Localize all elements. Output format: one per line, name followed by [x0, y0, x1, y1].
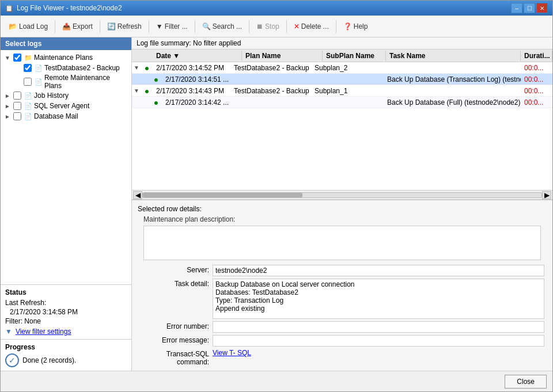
header-date[interactable]: Date ▼ [153, 51, 242, 61]
header-plan[interactable]: Plan Name [242, 51, 323, 61]
sidebar-label-maintenance-plans: Maintenance Plans [34, 54, 93, 62]
scrollbar-track[interactable] [142, 192, 542, 198]
scrollbar-thumb[interactable] [143, 193, 302, 197]
log-icon-remote: 📄 [34, 77, 43, 86]
view-filter-link[interactable]: View filter settings [16, 328, 71, 336]
table-row[interactable]: ▼ ● 2/17/2020 3:14:43 PM TestDatabase2 -… [132, 85, 552, 97]
cell-duration: 00:0... [521, 63, 552, 73]
view-filter-row: ▼ View filter settings [5, 328, 127, 336]
filter-value: None [24, 317, 41, 325]
checkbox-database-mail[interactable] [13, 112, 21, 120]
header-subplan[interactable]: SubPlan Name [323, 51, 386, 61]
toolbar-sep-1 [55, 20, 55, 33]
toolbar: 📂 Load Log 📤 Export 🔄 Refresh ▼ Filter .… [1, 16, 552, 37]
maximize-button[interactable]: ☐ [524, 3, 535, 13]
toolbar-sep-5 [249, 20, 249, 33]
error-number-value [213, 321, 544, 333]
cell-task-child: Back Up Database (Transaction Log) (test… [384, 75, 521, 84]
data-grid: Date ▼ Plan Name SubPlan Name Task Name … [132, 50, 552, 200]
toolbar-sep-2 [100, 20, 100, 33]
header-duration[interactable]: Durati... [521, 51, 552, 61]
progress-header: Progress [5, 343, 127, 351]
checkbox-sql-agent[interactable] [13, 102, 21, 110]
row-status-icon-2: ● [141, 86, 153, 96]
server-field-row: Server: testnode2\node2 [140, 265, 544, 276]
refresh-button[interactable]: 🔄 Refresh [103, 18, 146, 35]
load-log-button[interactable]: 📂 Load Log [4, 18, 52, 35]
filter-icon: ▼ [156, 22, 163, 31]
ok-icon-2-child: ● [154, 98, 158, 107]
row-expander-2[interactable]: ▼ [132, 87, 141, 94]
scroll-right-button[interactable]: ▶ [542, 191, 551, 199]
checkbox-maintenance-plans[interactable] [13, 54, 21, 62]
tsql-label: Transact-SQL command: [140, 349, 209, 366]
grid-header: Date ▼ Plan Name SubPlan Name Task Name … [132, 50, 552, 62]
details-fields: Server: testnode2\node2 Task detail: Bac… [138, 265, 547, 366]
log-icon-sql-agent: 📄 [24, 101, 33, 111]
sidebar-label-testdatabase2: TestDatabase2 - Backup [44, 64, 120, 72]
cell-subplan-child [320, 79, 384, 80]
tsql-link-area: View T- SQL [213, 349, 251, 357]
checkbox-testdatabase2[interactable] [24, 64, 32, 72]
sidebar-item-database-mail[interactable]: ► 📄 Database Mail [3, 111, 129, 121]
expander-sql-agent[interactable]: ► [3, 103, 12, 109]
filter-row: Filter: None [5, 317, 127, 325]
sidebar-item-job-history[interactable]: ► 📄 Job History [3, 90, 129, 101]
cell-duration-child: 00:0... [521, 75, 552, 84]
stop-button[interactable]: ⏹ Stop [252, 18, 284, 35]
app-icon: 📋 [5, 5, 13, 12]
ok-icon: ● [145, 63, 149, 73]
error-message-field-row: Error message: [140, 335, 544, 347]
cell-plan-2: TestDatabase2 - Backup [230, 86, 311, 96]
expander-job-history[interactable]: ► [3, 93, 12, 99]
help-icon: ❓ [343, 22, 352, 31]
sidebar-label-remote: Remote Maintenance Plans [44, 74, 129, 90]
server-label: Server: [140, 265, 209, 274]
expander-database-mail[interactable]: ► [3, 113, 12, 120]
scroll-left-button[interactable]: ◀ [133, 191, 142, 199]
help-label: Help [354, 22, 368, 31]
minimize-button[interactable]: – [511, 3, 522, 13]
log-icon-job-history: 📄 [24, 91, 33, 100]
help-button[interactable]: ❓ Help [339, 18, 373, 35]
row-expander[interactable]: ▼ [132, 64, 141, 71]
cell-plan: TestDatabase2 - Backup [230, 63, 311, 73]
row-status-icon: ● [141, 63, 153, 73]
sidebar-item-testdatabase2-backup[interactable]: 📄 TestDatabase2 - Backup [3, 63, 129, 73]
search-label: Search ... [213, 22, 242, 31]
export-label: Export [73, 22, 93, 31]
search-button[interactable]: 🔍 Search ... [198, 18, 247, 35]
sidebar-item-maintenance-plans[interactable]: ▼ 📁 Maintenance Plans [3, 52, 129, 63]
log-summary: Log file summary: No filter applied [132, 37, 552, 50]
cell-date: 2/17/2020 3:14:52 PM [153, 63, 230, 73]
header-task[interactable]: Task Name [386, 51, 521, 61]
sidebar-item-remote-maintenance[interactable]: 📄 Remote Maintenance Plans [3, 73, 129, 90]
close-button[interactable]: Close [505, 375, 547, 389]
view-tsql-link[interactable]: View T- SQL [213, 349, 251, 357]
window-close-button[interactable]: ✕ [536, 3, 548, 13]
bottom-bar: Close [1, 371, 552, 391]
cell-plan-child [240, 79, 320, 80]
main-content: Select logs ▼ 📁 Maintenance Plans 📄 Test… [1, 37, 552, 371]
cell-task [374, 67, 521, 68]
table-row[interactable]: ▼ ● 2/17/2020 3:14:52 PM TestDatabase2 -… [132, 62, 552, 74]
export-button[interactable]: 📤 Export [58, 18, 97, 35]
table-row[interactable]: ● 2/17/2020 3:14:42 ... Back Up Database… [132, 97, 552, 108]
table-row[interactable]: ● 2/17/2020 3:14:51 ... Back Up Database… [132, 74, 552, 85]
filter-button[interactable]: ▼ Filter ... [151, 18, 192, 35]
export-icon: 📤 [62, 22, 71, 31]
task-detail-value: Backup Database on Local server connecti… [213, 279, 544, 319]
log-icon-testdatabase2: 📄 [34, 63, 43, 73]
cell-subplan-2-child [320, 102, 384, 103]
maint-plan-desc-label: Maintenance plan description: [143, 215, 547, 223]
delete-button[interactable]: ✕ Delete ... [289, 18, 334, 35]
checkbox-remote[interactable] [24, 78, 32, 86]
horizontal-scrollbar[interactable]: ◀ ▶ [132, 190, 552, 199]
checkbox-job-history[interactable] [13, 92, 21, 100]
toolbar-sep-4 [195, 20, 195, 33]
stop-icon: ⏹ [256, 22, 263, 31]
done-icon: ✓ [5, 353, 19, 367]
expander-maintenance-plans[interactable]: ▼ [3, 55, 12, 61]
sidebar-item-sql-agent[interactable]: ► 📄 SQL Server Agent [3, 101, 129, 111]
title-bar-controls: – ☐ ✕ [511, 3, 548, 13]
